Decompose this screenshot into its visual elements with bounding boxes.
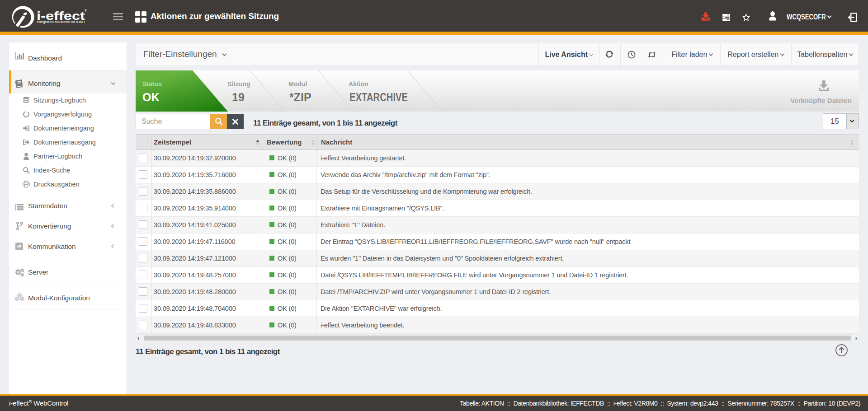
svg-text:®: ®: [85, 9, 87, 13]
svg-text:integrated solutions for IBM i: integrated solutions for IBM i: [37, 20, 85, 24]
